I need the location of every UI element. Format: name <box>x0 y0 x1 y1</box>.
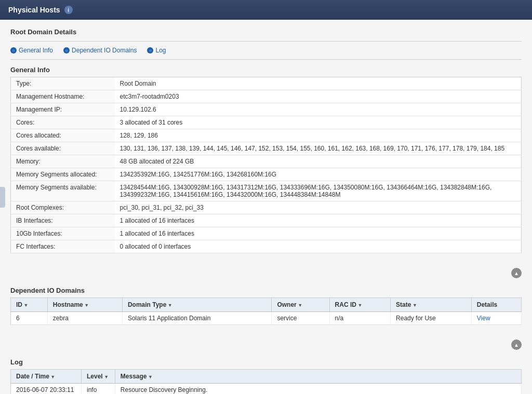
table-cell: zebra <box>47 312 122 325</box>
nav-link-icon-1: ○ <box>10 47 17 53</box>
table-row: 10Gb Interfaces:1 allocated of 16 interf… <box>11 227 522 240</box>
log-section: ▲ Log Date / Time ▼Level ▼Message ▼ 2016… <box>10 339 522 394</box>
nav-link-dependent-io[interactable]: ○ Dependent IO Domains <box>63 47 137 54</box>
dependent-io-section: ▲ Dependent IO Domains ID ▼Hostname ▼Dom… <box>10 268 522 325</box>
nav-links: ○ General Info ○ Dependent IO Domains ○ … <box>10 47 522 54</box>
field-label: FC Interfaces: <box>11 240 115 253</box>
field-value: 1 allocated of 16 interfaces <box>115 227 522 240</box>
column-header[interactable]: Level ▼ <box>82 370 115 384</box>
field-label: Memory Segments available: <box>11 181 115 201</box>
dependent-io-table: ID ▼Hostname ▼Domain Type ▼Owner ▼RAC ID… <box>10 297 522 325</box>
field-label: Cores available: <box>11 142 115 155</box>
table-cell: 6 <box>11 312 48 325</box>
column-header[interactable]: Hostname ▼ <box>47 298 122 312</box>
column-header[interactable]: RAC ID ▼ <box>329 298 391 312</box>
table-cell: n/a <box>329 312 391 325</box>
table-row: 6zebraSolaris 11 Application Domainservi… <box>11 312 522 325</box>
field-value: 0 allocated of 0 interfaces <box>115 240 522 253</box>
view-link[interactable]: View <box>477 315 490 322</box>
field-label: Memory Segments allocated: <box>11 168 115 181</box>
field-value: Root Domain <box>115 77 522 90</box>
table-cell: 2016-06-07 20:33:11 <box>11 384 82 395</box>
table-row: Management Hostname:etc3m7-rootadm0203 <box>11 90 522 103</box>
field-label: Memory: <box>11 155 115 168</box>
table-row: Cores:3 allocated of 31 cores <box>11 116 522 129</box>
info-icon[interactable]: i <box>64 6 73 14</box>
root-domain-section: Root Domain Details ○ General Info ○ Dep… <box>10 28 522 253</box>
column-header[interactable]: Date / Time ▼ <box>11 370 82 384</box>
table-row: Cores available:130, 131, 136, 137, 138,… <box>11 142 522 155</box>
column-header[interactable]: Message ▼ <box>115 370 521 384</box>
table-row: Memory:48 GB allocated of 224 GB <box>11 155 522 168</box>
nav-link-log[interactable]: ○ Log <box>147 47 166 54</box>
dependent-io-title: Dependent IO Domains <box>10 287 522 294</box>
table-cell: Solaris 11 Application Domain <box>122 312 272 325</box>
general-info-section: General Info Type:Root DomainManagement … <box>10 66 522 253</box>
log-table: Date / Time ▼Level ▼Message ▼ 2016-06-07… <box>10 369 522 394</box>
column-header[interactable]: State ▼ <box>391 298 472 312</box>
table-cell: Ready for Use <box>391 312 472 325</box>
field-value: 48 GB allocated of 224 GB <box>115 155 522 168</box>
scroll-up-dependent[interactable]: ▲ <box>511 268 522 278</box>
table-row: Memory Segments allocated:134235392M:16G… <box>11 168 522 181</box>
general-info-table: Type:Root DomainManagement Hostname:etc3… <box>10 77 522 253</box>
field-value: pci_30, pci_31, pci_32, pci_33 <box>115 201 522 214</box>
table-row: 2016-06-07 20:33:11infoResource Discover… <box>11 384 522 395</box>
page-title: Physical Hosts <box>8 6 60 14</box>
nav-link-general-info[interactable]: ○ General Info <box>10 47 53 54</box>
field-label: Cores allocated: <box>11 129 115 142</box>
field-value: 10.129.102.6 <box>115 103 522 116</box>
nav-link-icon-2: ○ <box>63 47 70 53</box>
table-cell: Resource Discovery Beginning. <box>115 384 521 395</box>
column-header: Details <box>471 298 521 312</box>
field-label: Root Complexes: <box>11 201 115 214</box>
table-row: FC Interfaces:0 allocated of 0 interface… <box>11 240 522 253</box>
field-label: Management Hostname: <box>11 90 115 103</box>
scroll-up-log[interactable]: ▲ <box>511 339 522 350</box>
field-label: IB Interfaces: <box>11 214 115 227</box>
table-row: Management IP:10.129.102.6 <box>11 103 522 116</box>
column-header[interactable]: ID ▼ <box>11 298 48 312</box>
field-value: 134235392M:16G, 134251776M:16G, 13426816… <box>115 168 522 181</box>
table-cell-details: View <box>471 312 521 325</box>
left-tab[interactable] <box>0 187 5 208</box>
log-title: Log <box>10 358 522 366</box>
field-value: 128, 129, 186 <box>115 129 522 142</box>
table-row: Memory Segments available:134284544M:16G… <box>11 181 522 201</box>
table-row: Cores allocated:128, 129, 186 <box>11 129 522 142</box>
table-row: Root Complexes:pci_30, pci_31, pci_32, p… <box>11 201 522 214</box>
field-value: 3 allocated of 31 cores <box>115 116 522 129</box>
field-label: Management IP: <box>11 103 115 116</box>
table-cell: info <box>82 384 115 395</box>
field-value: 130, 131, 136, 137, 138, 139, 144, 145, … <box>115 142 522 155</box>
field-label: 10Gb Interfaces: <box>11 227 115 240</box>
header-bar: Physical Hosts i <box>0 0 532 20</box>
field-value: 1 allocated of 16 interfaces <box>115 214 522 227</box>
column-header[interactable]: Domain Type ▼ <box>122 298 272 312</box>
field-value: etc3m7-rootadm0203 <box>115 90 522 103</box>
column-header[interactable]: Owner ▼ <box>272 298 329 312</box>
root-domain-title: Root Domain Details <box>10 28 522 36</box>
field-label: Type: <box>11 77 115 90</box>
field-value: 134284544M:16G, 134300928M:16G, 13431731… <box>115 181 522 201</box>
nav-link-icon-3: ○ <box>147 47 153 53</box>
divider-1 <box>10 41 522 42</box>
divider-2 <box>10 59 522 60</box>
table-row: Type:Root Domain <box>11 77 522 90</box>
table-cell: service <box>272 312 329 325</box>
field-label: Cores: <box>11 116 115 129</box>
general-info-title: General Info <box>10 66 522 74</box>
table-row: IB Interfaces:1 allocated of 16 interfac… <box>11 214 522 227</box>
